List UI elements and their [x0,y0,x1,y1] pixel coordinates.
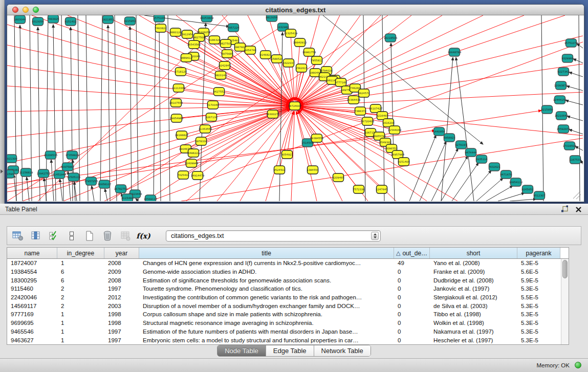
column-header-name[interactable]: name [7,248,57,258]
table-row[interactable]: 1938455462009Genome-wide association stu… [7,268,561,276]
table-cell[interactable]: 0 [394,277,430,283]
column-header-out_de[interactable]: △out_de… [394,248,430,258]
column-header-year[interactable]: year [104,248,139,258]
table-cell[interactable]: 2012 [104,294,139,300]
column-settings-icon[interactable] [29,230,42,242]
table-cell[interactable]: 2003 [104,303,139,309]
delete-table-icon[interactable] [101,230,114,242]
table-cell[interactable]: 5.3E-5 [517,311,560,317]
table-cell[interactable]: 18300295 [7,277,57,283]
table-cell[interactable]: 9777169 [7,311,57,317]
tab-network-table[interactable]: Network Table [314,345,371,356]
table-settings-icon[interactable] [11,230,25,242]
table-cell[interactable]: Hescheler et al. (1997) [430,337,517,343]
table-cell[interactable]: 1 [57,260,104,266]
table-cell[interactable]: Stergiakouli et al. (2012) [430,294,517,300]
table-cell[interactable]: 1997 [104,329,139,335]
column-header-pagerank[interactable]: pagerank [517,248,560,258]
table-cell[interactable]: 0 [394,320,430,326]
table-cell[interactable]: 9465546 [7,329,57,335]
table-cell[interactable]: Tourette syndrome. Phenomenology and cla… [139,286,394,292]
table-cell[interactable]: Dudbridge et al. (2008) [430,277,517,283]
close-window-button[interactable] [12,7,18,13]
table-cell[interactable]: 6 [57,269,104,275]
table-cell[interactable]: de Silva et al. (2003) [430,303,517,309]
table-cell[interactable]: 5.6E-5 [517,269,560,275]
table-cell[interactable]: 5.3E-5 [517,260,560,266]
table-cell[interactable]: 1998 [104,320,139,326]
table-cell[interactable]: 9115460 [7,286,57,292]
table-cell[interactable]: 1 [57,337,104,343]
table-cell[interactable]: 5.3E-5 [517,303,560,309]
table-cell[interactable]: Embryonic stem cells: a model to study s… [139,337,394,343]
table-cell[interactable]: Yano et al. (2008) [430,260,517,266]
table-row[interactable]: 911546021997Tourette syndrome. Phenomeno… [7,285,561,293]
network-window[interactable]: citations_edges.txt 16030448313054746382… [7,4,584,202]
tab-node-table[interactable]: Node Table [217,345,266,356]
table-cell[interactable]: 1 [57,320,104,326]
table-row[interactable]: 1456911722003Disruption of a novel membe… [7,301,561,310]
minimize-window-button[interactable] [23,7,29,13]
table-cell[interactable]: 5.9E-5 [517,277,560,283]
table-cell[interactable]: 5.3E-5 [517,337,560,343]
table-cell[interactable]: Tibbo et al. (1998) [430,311,517,317]
table-cell[interactable]: Wolkin et al. (1998) [430,320,517,326]
table-row[interactable]: 969969511998Structural magnetic resonanc… [7,319,561,327]
table-cell[interactable]: Jankovic et al. (1997) [430,286,517,292]
table-scrollbar[interactable] [561,259,569,344]
table-cell[interactable]: 0 [394,303,430,309]
table-row[interactable]: 977716911998Corpus callosum shape and si… [7,310,561,319]
table-cell[interactable]: 1 [57,329,104,335]
table-cell[interactable]: 0 [394,269,430,275]
expand-panel-arrow-icon[interactable] [1,169,3,173]
zoom-window-button[interactable] [33,7,39,13]
table-cell[interactable]: 2 [57,286,104,292]
table-row[interactable]: 1830029562008Estimation of significance … [7,276,561,285]
float-panel-icon[interactable] [561,205,569,215]
table-cell[interactable]: 0 [394,294,430,300]
new-table-icon[interactable] [83,230,96,242]
table-cell[interactable]: 0 [394,329,430,335]
table-cell[interactable]: Estimation of the future numbers of pati… [139,329,394,335]
table-cell[interactable]: Corpus callosum shape and size in male p… [139,311,394,317]
network-view[interactable]: 1603044831305474638259151402192185382159… [7,15,583,201]
table-row[interactable]: 946362711997Embryonic stem cells: a mode… [7,336,561,344]
table-cell[interactable]: 49 [394,260,430,266]
memory-status-icon[interactable] [575,362,581,368]
table-cell[interactable]: Structural magnetic resonance image aver… [139,320,394,326]
table-panel-header[interactable]: Table Panel [0,204,588,215]
table-cell[interactable]: 18724007 [7,260,57,266]
table-cell[interactable]: Franke et al. (2009) [430,269,517,275]
table-cell[interactable]: 5.3E-5 [517,320,560,326]
table-scrollbar-thumb[interactable] [562,260,568,278]
table-cell[interactable]: 14569117 [7,303,57,309]
table-cell[interactable]: Nakamura et al. (1997) [430,329,517,335]
tab-edge-table[interactable]: Edge Table [266,345,314,356]
table-cell[interactable]: 2009 [104,269,139,275]
table-cell[interactable]: 5.3E-5 [517,329,560,335]
function-builder-icon[interactable]: f(x) [137,230,150,242]
table-cell[interactable]: 22420046 [7,294,57,300]
column-header-in_degree[interactable]: in_degree [57,248,104,258]
table-cell[interactable]: 1998 [104,311,139,317]
table-cell[interactable]: Estimation of significance thresholds fo… [139,277,394,283]
table-cell[interactable]: 6 [57,277,104,283]
table-selector-combobox[interactable]: citations_edges.txt [166,230,381,242]
table-cell[interactable]: 0 [394,286,430,292]
table-cell[interactable]: 2 [57,303,104,309]
table-cell[interactable]: 2008 [104,277,139,283]
table-cell[interactable]: Disruption of a novel member of a sodium… [139,303,394,309]
table-cell[interactable]: 0 [394,337,430,343]
table-cell[interactable]: 9699695 [7,320,57,326]
table-cell[interactable]: 5.3E-5 [517,286,560,292]
table-cell[interactable]: Investigating the contribution of common… [139,294,394,300]
table-cell[interactable]: 1997 [104,337,139,343]
network-canvas[interactable]: 1603044831305474638259151402192185382159… [7,15,583,201]
column-header-title[interactable]: title [139,248,394,258]
table-cell[interactable]: Changes of HCN gene expression and I(f) … [139,260,394,266]
row-height-icon[interactable] [65,230,78,242]
table-cell[interactable]: 2008 [104,260,139,266]
table-cell[interactable]: 19384554 [7,269,57,275]
network-window-titlebar[interactable]: citations_edges.txt [7,5,584,15]
table-row[interactable]: 1872400712008Changes of HCN gene express… [7,259,561,268]
